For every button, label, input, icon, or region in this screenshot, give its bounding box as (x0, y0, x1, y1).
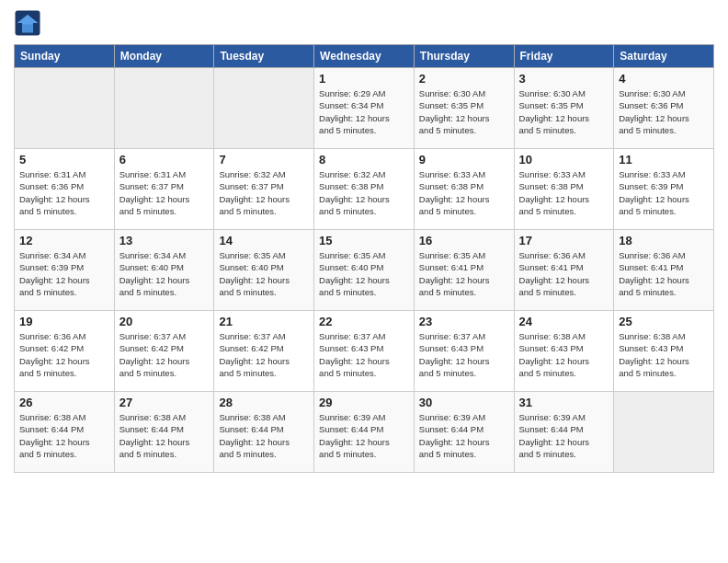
day-header-monday: Monday (114, 45, 214, 68)
calendar-cell: 30Sunrise: 6:39 AM Sunset: 6:44 PM Dayli… (414, 392, 514, 473)
day-info: Sunrise: 6:37 AM Sunset: 6:43 PM Dayligh… (419, 330, 509, 379)
week-row-1: 5Sunrise: 6:31 AM Sunset: 6:36 PM Daylig… (15, 149, 714, 230)
day-info: Sunrise: 6:38 AM Sunset: 6:44 PM Dayligh… (19, 411, 109, 460)
day-number: 26 (19, 396, 109, 409)
day-info: Sunrise: 6:36 AM Sunset: 6:41 PM Dayligh… (619, 249, 709, 298)
day-info: Sunrise: 6:39 AM Sunset: 6:44 PM Dayligh… (319, 411, 409, 460)
day-number: 22 (319, 315, 409, 328)
day-info: Sunrise: 6:37 AM Sunset: 6:42 PM Dayligh… (119, 330, 210, 379)
calendar-cell: 17Sunrise: 6:36 AM Sunset: 6:41 PM Dayli… (514, 230, 614, 311)
calendar-cell (114, 68, 214, 149)
day-number: 25 (619, 315, 709, 328)
logo-icon (14, 9, 41, 37)
day-number: 9 (419, 153, 509, 167)
day-number: 23 (419, 315, 509, 328)
calendar-cell: 23Sunrise: 6:37 AM Sunset: 6:43 PM Dayli… (414, 311, 514, 392)
day-number: 24 (519, 315, 609, 328)
day-info: Sunrise: 6:37 AM Sunset: 6:42 PM Dayligh… (219, 330, 309, 379)
day-info: Sunrise: 6:37 AM Sunset: 6:43 PM Dayligh… (319, 330, 409, 379)
day-info: Sunrise: 6:31 AM Sunset: 6:36 PM Dayligh… (19, 168, 109, 217)
week-row-2: 12Sunrise: 6:34 AM Sunset: 6:39 PM Dayli… (15, 230, 714, 311)
day-header-sunday: Sunday (15, 45, 115, 68)
calendar-cell: 4Sunrise: 6:30 AM Sunset: 6:36 PM Daylig… (614, 68, 714, 149)
day-info: Sunrise: 6:38 AM Sunset: 6:43 PM Dayligh… (619, 330, 709, 379)
calendar-cell (214, 68, 314, 149)
day-number: 1 (319, 72, 409, 86)
day-number: 19 (19, 315, 109, 328)
calendar-cell: 10Sunrise: 6:33 AM Sunset: 6:38 PM Dayli… (514, 149, 614, 230)
calendar-cell: 20Sunrise: 6:37 AM Sunset: 6:42 PM Dayli… (114, 311, 214, 392)
day-number: 16 (419, 234, 509, 247)
calendar-cell: 6Sunrise: 6:31 AM Sunset: 6:37 PM Daylig… (114, 149, 214, 230)
day-number: 3 (519, 72, 609, 86)
day-info: Sunrise: 6:36 AM Sunset: 6:41 PM Dayligh… (519, 249, 609, 298)
calendar-cell: 1Sunrise: 6:29 AM Sunset: 6:34 PM Daylig… (314, 68, 415, 149)
day-info: Sunrise: 6:38 AM Sunset: 6:44 PM Dayligh… (219, 411, 309, 460)
calendar-cell: 26Sunrise: 6:38 AM Sunset: 6:44 PM Dayli… (15, 392, 115, 473)
header (14, 9, 714, 37)
calendar-cell: 7Sunrise: 6:32 AM Sunset: 6:37 PM Daylig… (214, 149, 314, 230)
calendar-cell: 19Sunrise: 6:36 AM Sunset: 6:42 PM Dayli… (15, 311, 115, 392)
day-number: 30 (419, 396, 509, 409)
day-header-friday: Friday (514, 45, 614, 68)
day-number: 31 (519, 396, 609, 409)
day-number: 4 (619, 72, 709, 86)
calendar-cell: 11Sunrise: 6:33 AM Sunset: 6:39 PM Dayli… (614, 149, 714, 230)
day-info: Sunrise: 6:35 AM Sunset: 6:40 PM Dayligh… (219, 249, 309, 298)
day-info: Sunrise: 6:30 AM Sunset: 6:36 PM Dayligh… (619, 87, 709, 136)
week-row-0: 1Sunrise: 6:29 AM Sunset: 6:34 PM Daylig… (15, 68, 714, 149)
calendar-cell (614, 392, 714, 473)
calendar-cell: 12Sunrise: 6:34 AM Sunset: 6:39 PM Dayli… (15, 230, 115, 311)
calendar-cell: 21Sunrise: 6:37 AM Sunset: 6:42 PM Dayli… (214, 311, 314, 392)
day-number: 14 (219, 234, 309, 247)
day-header-wednesday: Wednesday (314, 45, 415, 68)
page: SundayMondayTuesdayWednesdayThursdayFrid… (0, 0, 728, 563)
day-number: 21 (219, 315, 309, 328)
day-number: 18 (619, 234, 709, 247)
day-number: 29 (319, 396, 409, 409)
day-number: 11 (619, 153, 709, 167)
week-row-3: 19Sunrise: 6:36 AM Sunset: 6:42 PM Dayli… (15, 311, 714, 392)
calendar-cell: 18Sunrise: 6:36 AM Sunset: 6:41 PM Dayli… (614, 230, 714, 311)
day-info: Sunrise: 6:30 AM Sunset: 6:35 PM Dayligh… (419, 87, 509, 136)
day-info: Sunrise: 6:34 AM Sunset: 6:40 PM Dayligh… (119, 249, 210, 298)
day-number: 7 (219, 153, 309, 167)
day-info: Sunrise: 6:32 AM Sunset: 6:37 PM Dayligh… (219, 168, 309, 217)
calendar-cell: 29Sunrise: 6:39 AM Sunset: 6:44 PM Dayli… (314, 392, 415, 473)
day-info: Sunrise: 6:29 AM Sunset: 6:34 PM Dayligh… (319, 87, 409, 136)
calendar-cell: 28Sunrise: 6:38 AM Sunset: 6:44 PM Dayli… (214, 392, 314, 473)
day-number: 15 (319, 234, 409, 247)
calendar-cell: 3Sunrise: 6:30 AM Sunset: 6:35 PM Daylig… (514, 68, 614, 149)
day-info: Sunrise: 6:39 AM Sunset: 6:44 PM Dayligh… (519, 411, 609, 460)
day-number: 28 (219, 396, 309, 409)
day-info: Sunrise: 6:35 AM Sunset: 6:40 PM Dayligh… (319, 249, 409, 298)
calendar-cell: 9Sunrise: 6:33 AM Sunset: 6:38 PM Daylig… (414, 149, 514, 230)
day-info: Sunrise: 6:33 AM Sunset: 6:38 PM Dayligh… (419, 168, 509, 217)
week-row-4: 26Sunrise: 6:38 AM Sunset: 6:44 PM Dayli… (15, 392, 714, 473)
day-info: Sunrise: 6:30 AM Sunset: 6:35 PM Dayligh… (519, 87, 609, 136)
day-info: Sunrise: 6:38 AM Sunset: 6:43 PM Dayligh… (519, 330, 609, 379)
calendar-cell: 14Sunrise: 6:35 AM Sunset: 6:40 PM Dayli… (214, 230, 314, 311)
calendar-cell: 24Sunrise: 6:38 AM Sunset: 6:43 PM Dayli… (514, 311, 614, 392)
calendar-cell: 25Sunrise: 6:38 AM Sunset: 6:43 PM Dayli… (614, 311, 714, 392)
day-number: 5 (19, 153, 109, 167)
day-info: Sunrise: 6:34 AM Sunset: 6:39 PM Dayligh… (19, 249, 109, 298)
calendar: SundayMondayTuesdayWednesdayThursdayFrid… (14, 44, 714, 473)
day-number: 17 (519, 234, 609, 247)
calendar-header-row: SundayMondayTuesdayWednesdayThursdayFrid… (15, 45, 714, 68)
day-header-saturday: Saturday (614, 45, 714, 68)
logo (14, 9, 43, 37)
day-header-thursday: Thursday (414, 45, 514, 68)
calendar-cell: 27Sunrise: 6:38 AM Sunset: 6:44 PM Dayli… (114, 392, 214, 473)
calendar-cell: 2Sunrise: 6:30 AM Sunset: 6:35 PM Daylig… (414, 68, 514, 149)
calendar-cell (15, 68, 115, 149)
day-header-tuesday: Tuesday (214, 45, 314, 68)
calendar-cell: 16Sunrise: 6:35 AM Sunset: 6:41 PM Dayli… (414, 230, 514, 311)
day-info: Sunrise: 6:33 AM Sunset: 6:39 PM Dayligh… (619, 168, 709, 217)
day-info: Sunrise: 6:32 AM Sunset: 6:38 PM Dayligh… (319, 168, 409, 217)
day-info: Sunrise: 6:39 AM Sunset: 6:44 PM Dayligh… (419, 411, 509, 460)
calendar-cell: 15Sunrise: 6:35 AM Sunset: 6:40 PM Dayli… (314, 230, 415, 311)
day-info: Sunrise: 6:33 AM Sunset: 6:38 PM Dayligh… (519, 168, 609, 217)
day-number: 27 (119, 396, 210, 409)
calendar-cell: 31Sunrise: 6:39 AM Sunset: 6:44 PM Dayli… (514, 392, 614, 473)
